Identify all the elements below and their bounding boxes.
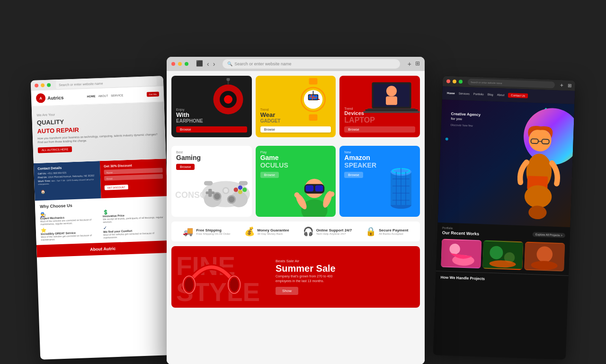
svg-point-44	[294, 192, 300, 197]
portfolio-item-1[interactable]	[441, 239, 481, 268]
hero-title-black: QUALITY	[37, 118, 64, 126]
portfolio-item-3[interactable]	[524, 242, 565, 272]
layout-icon[interactable]: ⬛	[196, 60, 203, 68]
money-sub: 30 Day Money Back	[258, 232, 289, 235]
portfolio-img-1	[441, 239, 481, 268]
nav-about[interactable]: ABOUT	[98, 94, 108, 98]
support-sub: Tech Help Anytime 24/7	[316, 232, 352, 235]
left-hero: We Are Your QUALITY AUTO REPAIR How you …	[32, 102, 166, 163]
left-nav: HOME ABOUT SERVICE	[87, 94, 124, 98]
dot-yellow-center[interactable]	[178, 62, 182, 66]
summer-headphone-area: FINESTYLE	[171, 246, 276, 308]
oculus-btn[interactable]: Browse	[260, 172, 279, 178]
why-item-2: 💲 Innovative Price We accept all brands,…	[102, 207, 163, 223]
gaming-label: Best	[176, 151, 247, 154]
center-browser-window: ⬛ ‹ › 🔍 Search or enter website name + ⊞	[167, 57, 425, 364]
dot-green-center[interactable]	[185, 62, 188, 66]
right-contact-btn[interactable]: Contact Us	[508, 93, 528, 98]
right-nav-about[interactable]: About	[497, 93, 505, 97]
svg-point-58	[185, 278, 193, 292]
portfolio-explore-btn[interactable]: Explore All Projects >	[533, 232, 565, 238]
center-actions: + ⊞	[408, 60, 420, 68]
why-grid: 👨‍🔧 Expert Mechanics Most of the vehicle…	[40, 207, 164, 241]
svg-point-36	[223, 188, 228, 193]
summer-btn[interactable]: Show	[276, 287, 298, 295]
portfolio-grid	[441, 239, 565, 271]
dot-red-left[interactable]	[35, 84, 38, 88]
dot-green-left[interactable]	[47, 83, 51, 87]
svg-rect-41	[315, 186, 323, 192]
feature-money: 💰 Money Guarantee 30 Day Money Back	[244, 226, 289, 237]
svg-point-31	[242, 187, 247, 192]
person-image	[511, 121, 567, 227]
svg-point-30	[238, 186, 242, 190]
headphone-image	[181, 251, 242, 303]
right-addressbar[interactable]: Search or enter website name	[468, 79, 555, 88]
shipping-icon: 🚚	[183, 226, 193, 237]
laptop-label: Trend	[344, 107, 415, 110]
dot-green-right[interactable]	[459, 80, 463, 83]
right-windows[interactable]: ⊞	[568, 83, 571, 88]
support-icon: 🎧	[303, 226, 313, 237]
right-hero-title: Creative Agencyfor you	[451, 112, 499, 123]
hero-title-red: AUTO REPAIR	[37, 126, 79, 135]
right-hero-text: Creative Agencyfor you Discover how few	[446, 107, 570, 135]
earphone-btn[interactable]: Browse	[176, 126, 247, 133]
add-tab-icon[interactable]: +	[408, 60, 411, 68]
left-browser-window: Search or enter website name A Autrics H…	[31, 76, 173, 359]
nav-home[interactable]: HOME	[87, 95, 96, 98]
left-hero-text: We Are Your QUALITY AUTO REPAIR How you …	[36, 109, 161, 153]
portfolio-img-3	[524, 242, 565, 272]
watch-btn[interactable]: Browse	[260, 126, 331, 133]
amazon-btn[interactable]: Browse	[344, 172, 363, 178]
svg-point-2	[224, 95, 232, 104]
oculus-card: Play Game OCULUS	[256, 146, 336, 217]
dot-yellow-left[interactable]	[41, 83, 45, 87]
svg-rect-34	[239, 181, 247, 185]
gaming-btn[interactable]: Browse	[176, 164, 195, 170]
laptop-title: Devices	[344, 110, 415, 116]
nav-service[interactable]: SERVICE	[111, 94, 123, 97]
svg-rect-40	[306, 186, 314, 192]
svg-point-70	[528, 205, 547, 220]
left-contact-section: Contact Details Call Us: +011 968 964 62…	[34, 159, 168, 201]
forward-icon[interactable]: ›	[213, 60, 215, 68]
watch-image	[295, 78, 331, 121]
back-icon[interactable]: ‹	[207, 60, 209, 68]
left-hero-cta[interactable]: ALL AUTRICS HERE	[38, 146, 72, 153]
svg-rect-33	[204, 181, 213, 185]
discount-submit-btn[interactable]: GET DISCOUNT	[105, 185, 128, 190]
payment-sub: All Banks Accepted	[379, 232, 408, 235]
dot-yellow-right[interactable]	[453, 80, 456, 83]
svg-point-26	[228, 196, 234, 203]
right-add-tab[interactable]: +	[560, 82, 563, 89]
amazon-card: New Amazon SPEAKER	[339, 146, 420, 217]
right-address-text: Search or enter website name	[471, 80, 502, 84]
right-nav-blog[interactable]: Blog	[488, 93, 493, 96]
how-title: How We Handle Projects	[440, 275, 563, 284]
right-nav-portfolio[interactable]: Portfolio	[473, 93, 484, 96]
contact-details: Contact Details Call Us: +011 968 964 62…	[34, 161, 101, 201]
contact-details-title: Contact Details	[37, 165, 96, 170]
oculus-label: Play	[260, 151, 331, 154]
portfolio-item-2[interactable]	[482, 240, 523, 270]
dot-red-right[interactable]	[446, 80, 450, 83]
svg-point-24	[214, 193, 220, 199]
name-field[interactable]: Name	[104, 168, 162, 174]
svg-point-15	[386, 86, 397, 96]
summer-label: Beats Sale Air	[276, 259, 347, 263]
right-nav-services[interactable]: Services	[459, 92, 470, 95]
why-item-3: ⭐ Incredibly GREAT Service Most of the v…	[41, 225, 102, 241]
center-address-bar[interactable]: 🔍 Search or enter website name	[223, 59, 400, 69]
dot-red-center[interactable]	[171, 62, 175, 66]
svg-point-60	[230, 278, 239, 292]
windows-icon[interactable]: ⊞	[415, 60, 420, 68]
why-item-1: 👨‍🔧 Expert Mechanics Most of the vehicle…	[40, 210, 101, 225]
laptop-btn[interactable]: Browse	[344, 126, 415, 133]
feature-shipping: 🚚 Free Shipping Free Shipping On All Ord…	[183, 226, 230, 237]
left-contact-btn[interactable]: Get Me	[146, 92, 159, 97]
payment-icon: 🔒	[365, 226, 376, 237]
right-nav-home[interactable]: Home	[447, 92, 455, 95]
gaming-title: Gaming	[176, 154, 247, 161]
earphone-image	[207, 78, 250, 121]
